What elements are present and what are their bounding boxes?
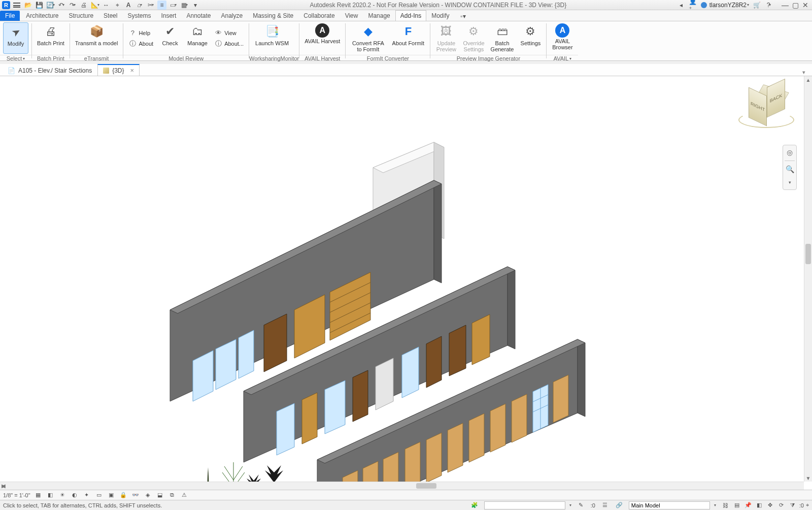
select-face-icon[interactable]: ◧ bbox=[755, 501, 764, 509]
batch-print-button[interactable]: 🖨 Batch Print bbox=[35, 22, 66, 54]
tab-insert[interactable]: Insert bbox=[156, 10, 181, 21]
avail-harvest-button[interactable]: A AVAIL Harvest bbox=[302, 22, 342, 54]
save-icon[interactable]: 💾 bbox=[35, 1, 44, 10]
batch-generate-button[interactable]: 🗃 Batch Generate bbox=[489, 22, 516, 54]
transmit-model-button[interactable]: 📦 Transmit a model bbox=[73, 22, 120, 54]
workset-icon[interactable]: 🧩 bbox=[470, 501, 479, 509]
doc-tab-a105[interactable]: 📄 A105 - Elev./ Stair Sections bbox=[2, 65, 97, 76]
settings-button[interactable]: ⚙ Settings bbox=[518, 22, 543, 54]
thin-lines-icon[interactable]: ≡ bbox=[157, 1, 166, 10]
close-button[interactable]: ✕ bbox=[801, 1, 810, 9]
revit-logo-icon[interactable]: R bbox=[2, 1, 10, 9]
about-button[interactable]: ⓘAbout bbox=[126, 39, 155, 49]
select-links2-icon[interactable]: ⛓ bbox=[721, 501, 730, 509]
rendering-icon[interactable]: ✦ bbox=[82, 491, 91, 499]
infocenter-search-icon[interactable]: 👤⁺ bbox=[689, 1, 698, 10]
detail-level-icon[interactable]: ▦ bbox=[33, 491, 43, 499]
undo-icon[interactable]: ↶▾ bbox=[57, 1, 66, 10]
app-store-icon[interactable]: 🛒 bbox=[752, 1, 761, 10]
tab-collaborate[interactable]: Collaborate bbox=[298, 10, 340, 21]
minimize-button[interactable]: — bbox=[781, 1, 790, 9]
manage-button[interactable]: 🗂 Manage bbox=[185, 22, 210, 54]
about2-button[interactable]: ⓘAbout... bbox=[212, 39, 246, 49]
visual-style-icon[interactable]: ◧ bbox=[46, 491, 55, 499]
sun-path-icon[interactable]: ☀ bbox=[58, 491, 67, 499]
shadows-icon[interactable]: ◐ bbox=[70, 491, 79, 499]
doc-tab-close-icon[interactable]: × bbox=[130, 67, 134, 74]
file-tab[interactable]: File bbox=[0, 11, 20, 21]
scroll-right-icon[interactable]: ▶ bbox=[0, 482, 7, 490]
reveal-hidden-icon[interactable]: ◈ bbox=[143, 491, 152, 499]
avail-browser-button[interactable]: A AVAIL Browser bbox=[550, 22, 575, 54]
tab-manage[interactable]: Manage bbox=[363, 10, 395, 21]
view-scale-button[interactable]: 1/8" = 1'-0" bbox=[3, 492, 30, 498]
launch-wsm-button[interactable]: 📑 Launch WSM bbox=[252, 22, 292, 54]
select-links-icon[interactable]: 🔗 bbox=[615, 501, 624, 509]
worksharing-display-icon[interactable]: ⬓ bbox=[155, 491, 164, 499]
qat-dropdown-icon[interactable]: ▾ bbox=[191, 1, 200, 10]
design-options-icon[interactable]: ☰ bbox=[600, 501, 610, 509]
reveal-constraints-icon[interactable]: ⚠ bbox=[180, 491, 189, 499]
3d-view-icon[interactable]: ⌂▾ bbox=[135, 1, 144, 10]
section-icon[interactable]: ✂▾ bbox=[146, 1, 155, 10]
infocenter-back-icon[interactable]: ◂ bbox=[676, 1, 686, 10]
tab-annotate[interactable]: Annotate bbox=[181, 10, 216, 21]
tab-analyze[interactable]: Analyze bbox=[216, 10, 248, 21]
tag-icon[interactable]: ⌖ bbox=[113, 1, 122, 10]
redo-icon[interactable]: ↷▾ bbox=[68, 1, 77, 10]
tab-architecture[interactable]: Architecture bbox=[21, 10, 63, 21]
tab-systems[interactable]: Systems bbox=[122, 10, 156, 21]
analytical-icon[interactable]: ⧉ bbox=[167, 491, 177, 499]
zoom-icon[interactable]: 🔍 bbox=[785, 164, 795, 174]
help-menu-icon[interactable]: ?▾ bbox=[764, 1, 773, 10]
temp-hide-icon[interactable]: 👓 bbox=[131, 491, 140, 499]
select-pinned-icon[interactable]: 📌 bbox=[743, 501, 753, 509]
select-underlay-icon[interactable]: ▤ bbox=[732, 501, 741, 509]
horizontal-scrollbar[interactable]: ◀ ▶ bbox=[0, 482, 804, 490]
print-icon[interactable]: 🖨 bbox=[79, 1, 88, 10]
tab-steel[interactable]: Steel bbox=[98, 10, 122, 21]
ribbon-min-icon[interactable]: ▫▾ bbox=[459, 12, 468, 21]
modify-button[interactable]: ➤ Modify bbox=[3, 22, 28, 54]
horizontal-scroll-thumb[interactable] bbox=[416, 483, 436, 489]
scroll-up-icon[interactable]: ▲ bbox=[804, 76, 812, 83]
model-dropdown-icon[interactable]: ▾ bbox=[714, 503, 716, 507]
about-formit-button[interactable]: F About FormIt bbox=[389, 22, 427, 54]
active-workset-select[interactable] bbox=[484, 501, 565, 509]
workset-dropdown-icon[interactable]: ▾ bbox=[569, 503, 571, 507]
vertical-scroll-thumb[interactable] bbox=[805, 244, 811, 264]
tab-modify[interactable]: Modify bbox=[426, 10, 454, 21]
dimension-icon[interactable]: ↔ bbox=[101, 1, 111, 10]
user-menu[interactable]: tlarsonYZ8R2▾ bbox=[701, 2, 749, 9]
text-icon[interactable]: A bbox=[124, 1, 133, 10]
background-process-icon[interactable]: ⟳ bbox=[777, 501, 786, 509]
open-icon[interactable]: 📂 bbox=[23, 1, 32, 10]
help-button[interactable]: ?Help bbox=[126, 28, 155, 38]
check-button[interactable]: ✔ Check bbox=[157, 22, 183, 54]
crop-region-icon[interactable]: ▣ bbox=[107, 491, 116, 499]
drag-elements-icon[interactable]: ✥ bbox=[766, 501, 775, 509]
convert-rfa-button[interactable]: ◆ Convert RFA to FormIt bbox=[349, 22, 387, 54]
tab-view[interactable]: View bbox=[340, 10, 363, 21]
filter-icon[interactable]: ⧩ bbox=[788, 501, 797, 509]
scroll-down-icon[interactable]: ▼ bbox=[804, 474, 812, 482]
switch-windows-icon[interactable]: ▦▾ bbox=[180, 1, 189, 10]
view-button[interactable]: 👁View bbox=[212, 28, 246, 38]
doc-tab-3d[interactable]: {3D} × bbox=[97, 64, 140, 76]
nav-dropdown-icon[interactable]: ▾ bbox=[785, 177, 795, 187]
tab-massing-site[interactable]: Massing & Site bbox=[248, 10, 298, 21]
design-option-select[interactable] bbox=[629, 501, 710, 509]
viewcube[interactable]: RIGHT BACK bbox=[736, 86, 797, 137]
measure-icon[interactable]: 📐▾ bbox=[90, 1, 99, 10]
full-nav-wheel-icon[interactable]: ◎ bbox=[785, 147, 795, 157]
doc-tabs-overflow-icon[interactable]: ▾ bbox=[800, 69, 808, 76]
canvas[interactable]: RIGHT BACK ◎ 🔍 ▾ ▲ ▼ ◀ ▶ bbox=[0, 76, 812, 490]
maximize-button[interactable]: ▢ bbox=[791, 1, 800, 9]
crop-view-icon[interactable]: ▭ bbox=[94, 491, 104, 499]
tab-structure[interactable]: Structure bbox=[63, 10, 98, 21]
menu-icon[interactable] bbox=[12, 1, 21, 10]
vertical-scrollbar[interactable]: ▲ ▼ bbox=[804, 76, 812, 482]
sync-icon[interactable]: 🔄▾ bbox=[46, 1, 55, 10]
viewcube-compass[interactable] bbox=[738, 112, 794, 128]
lock-view-icon[interactable]: 🔒 bbox=[119, 491, 128, 499]
